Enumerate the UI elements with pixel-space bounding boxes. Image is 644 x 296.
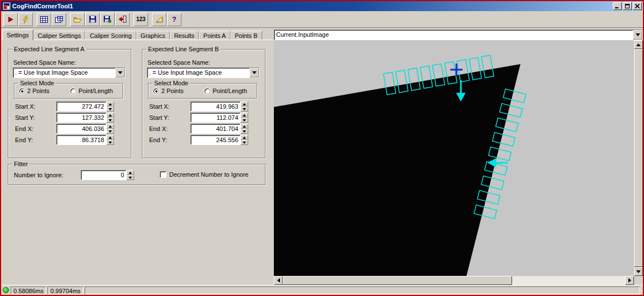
ignore-spinner[interactable] bbox=[126, 170, 134, 180]
starty-input-b[interactable] bbox=[190, 113, 240, 123]
endx-input-a[interactable] bbox=[56, 124, 106, 134]
tab-caliper-scoring[interactable]: Caliper Scoring bbox=[85, 31, 136, 40]
space-name-combo-a[interactable]: . = Use Input Image Space bbox=[13, 67, 125, 78]
decrement-checkbox[interactable]: Decrement Number to Ignore bbox=[160, 171, 248, 178]
tabpage-top-edge bbox=[1, 40, 273, 40]
arrow-right-icon bbox=[628, 278, 631, 283]
tab-settings[interactable]: Settings bbox=[2, 30, 33, 40]
measure-button[interactable] bbox=[152, 13, 166, 26]
horizontal-scrollbar[interactable] bbox=[274, 276, 634, 285]
tool-window: CogFindCornerTool1 bbox=[0, 0, 644, 296]
endy-input-b[interactable] bbox=[190, 135, 240, 145]
save-image-button[interactable] bbox=[100, 13, 115, 26]
radio-icon[interactable] bbox=[70, 88, 76, 94]
arrow-up-icon bbox=[636, 43, 641, 46]
maximize-button[interactable] bbox=[623, 2, 632, 10]
minimize-icon bbox=[615, 4, 620, 8]
vertical-scrollbar[interactable] bbox=[634, 40, 643, 276]
space-name-value-b: . = Use Input Image Space bbox=[148, 68, 249, 77]
scroll-up-button[interactable] bbox=[634, 40, 643, 49]
ruler-icon bbox=[155, 16, 163, 23]
select-mode-title-a: Select Mode bbox=[18, 80, 56, 86]
image-canvas[interactable] bbox=[274, 40, 634, 276]
select-mode-title-b: Select Mode bbox=[153, 80, 190, 86]
grid-copy-icon bbox=[55, 16, 63, 23]
starty-input-a[interactable] bbox=[56, 113, 106, 123]
copy-grid-button[interactable] bbox=[52, 13, 66, 26]
scroll-left-button[interactable] bbox=[274, 276, 283, 285]
scroll-right-button[interactable] bbox=[625, 276, 634, 285]
ignore-input[interactable] bbox=[81, 170, 126, 180]
tab-results[interactable]: Results bbox=[170, 31, 199, 40]
endx-spinner-b[interactable] bbox=[240, 124, 248, 134]
scroll-down-button[interactable] bbox=[634, 267, 643, 276]
numeric-precision-button[interactable]: 123 bbox=[134, 13, 148, 26]
tab-points-b[interactable]: Points B bbox=[230, 31, 262, 40]
startx-spinner-b[interactable] bbox=[240, 101, 248, 111]
radio-pointlength-b[interactable]: Point/Length bbox=[204, 88, 247, 94]
tabstrip: Settings Caliper Settings Caliper Scorin… bbox=[2, 30, 262, 40]
endx-input-b[interactable] bbox=[190, 124, 240, 134]
select-mode-group-a: Select Mode 2 Points Point/Length bbox=[14, 83, 123, 99]
close-button[interactable] bbox=[633, 2, 642, 10]
maximize-icon bbox=[625, 4, 630, 8]
arrow-down-icon bbox=[636, 270, 641, 273]
window-title: CogFindCornerTool1 bbox=[12, 3, 613, 9]
endx-label-b: End X: bbox=[149, 125, 168, 132]
run-button[interactable] bbox=[3, 13, 18, 26]
import-arrow-icon bbox=[119, 16, 126, 23]
titlebar: CogFindCornerTool1 bbox=[1, 1, 643, 11]
arrow-left-icon bbox=[277, 278, 280, 283]
vertical-scroll-thumb[interactable] bbox=[634, 49, 643, 267]
startx-spinner-a[interactable] bbox=[106, 101, 114, 111]
startx-input-a[interactable] bbox=[56, 101, 106, 111]
chevron-down-icon bbox=[636, 33, 640, 36]
help-icon: ? bbox=[172, 15, 176, 23]
endy-spinner-b[interactable] bbox=[240, 135, 248, 145]
help-button[interactable]: ? bbox=[167, 13, 181, 26]
open-file-button[interactable] bbox=[70, 13, 85, 26]
show-grid-button[interactable] bbox=[37, 13, 51, 26]
tab-points-a[interactable]: Points A bbox=[199, 31, 230, 40]
checkbox-icon[interactable] bbox=[160, 171, 166, 178]
floppy-image-icon bbox=[104, 16, 111, 23]
space-name-label-a: Selected Space Name: bbox=[13, 59, 76, 66]
image-selector-combo[interactable]: Current.InputImage bbox=[274, 30, 643, 40]
space-name-combo-b[interactable]: . = Use Input Image Space bbox=[147, 67, 259, 78]
endy-spinner-a[interactable] bbox=[106, 135, 114, 145]
image-display bbox=[274, 40, 643, 285]
starty-spinner-a[interactable] bbox=[106, 113, 114, 123]
group-segment-a: Expected Line Segment A Selected Space N… bbox=[8, 49, 131, 158]
electric-run-button[interactable] bbox=[18, 13, 33, 26]
toolbar: 123 ? bbox=[1, 11, 643, 28]
startx-input-b[interactable] bbox=[190, 101, 240, 111]
total-time-panel: 0.99704ms bbox=[47, 287, 83, 294]
group-fitter-title: Fitter bbox=[12, 161, 30, 167]
minimize-button[interactable] bbox=[613, 2, 622, 10]
run-time-panel: 0.58086ms bbox=[11, 287, 46, 294]
close-icon bbox=[635, 4, 640, 8]
radio-2points-b[interactable]: 2 Points bbox=[153, 88, 184, 94]
radio-2points-a[interactable]: 2 Points bbox=[19, 88, 50, 94]
radio-icon[interactable] bbox=[19, 88, 25, 94]
endx-spinner-a[interactable] bbox=[106, 124, 114, 134]
image-selector-value: Current.InputImage bbox=[274, 30, 633, 40]
status-message-panel bbox=[85, 287, 640, 294]
radio-pointlength-a[interactable]: Point/Length bbox=[70, 88, 113, 94]
tab-caliper-settings[interactable]: Caliper Settings bbox=[33, 31, 86, 40]
radio-icon[interactable] bbox=[153, 88, 159, 94]
endy-input-a[interactable] bbox=[56, 135, 106, 145]
save-file-button[interactable] bbox=[85, 13, 100, 26]
space-name-dropdown-arrow-b[interactable] bbox=[249, 68, 259, 77]
radio-icon[interactable] bbox=[204, 88, 210, 94]
lightning-icon bbox=[22, 16, 29, 23]
horizontal-scroll-thumb[interactable] bbox=[283, 276, 512, 285]
image-selector-dropdown-arrow[interactable] bbox=[633, 30, 642, 40]
import-results-button[interactable] bbox=[115, 13, 130, 26]
tab-graphics[interactable]: Graphics bbox=[136, 31, 170, 40]
digits-icon: 123 bbox=[136, 16, 146, 22]
starty-spinner-b[interactable] bbox=[240, 113, 248, 123]
space-name-dropdown-arrow-a[interactable] bbox=[115, 68, 125, 77]
group-segment-b: Expected Line Segment B Selected Space N… bbox=[142, 49, 266, 158]
grid-icon bbox=[40, 16, 48, 23]
